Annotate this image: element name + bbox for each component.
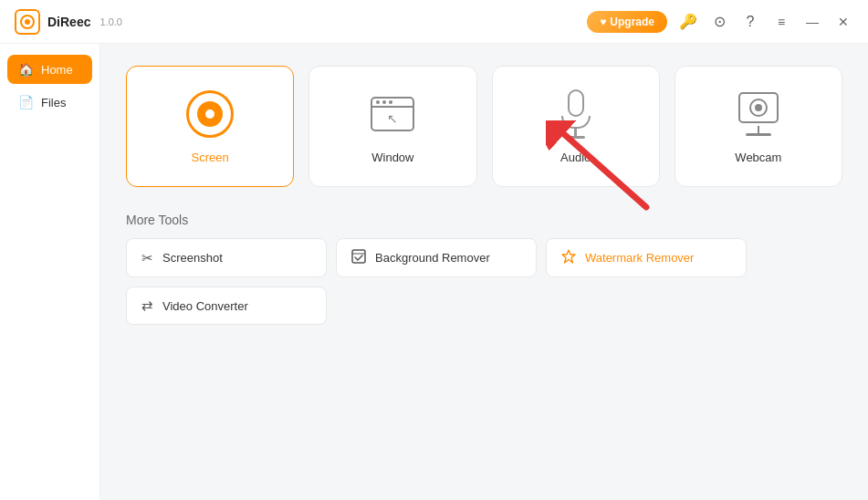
key-icon[interactable]: 🔑: [678, 12, 698, 32]
files-icon: 📄: [18, 95, 34, 109]
sidebar: 🏠 Home 📄 Files: [0, 44, 100, 500]
screen-label: Screen: [192, 151, 229, 164]
cards-grid: Screen ↖: [126, 66, 842, 187]
audio-label: Audio: [560, 151, 591, 164]
audio-icon: [550, 89, 601, 140]
main-layout: 🏠 Home 📄 Files: [0, 44, 868, 500]
screenshot-label: Screenshot: [162, 251, 223, 265]
screen-card[interactable]: Screen: [126, 66, 294, 187]
sidebar-home-label: Home: [41, 63, 73, 77]
webcam-card[interactable]: Webcam: [675, 66, 842, 187]
svg-rect-2: [352, 250, 365, 263]
background-remover-label: Background Remover: [375, 251, 490, 265]
screenshot-tool[interactable]: ✂ Screenshot: [126, 238, 327, 277]
heart-icon: ♥: [600, 16, 606, 28]
screenshot-icon: ✂: [141, 250, 153, 266]
app-name: DiReec: [47, 15, 90, 29]
webcam-icon: [733, 89, 784, 140]
home-icon: 🏠: [18, 62, 34, 77]
help-icon[interactable]: ?: [740, 12, 760, 32]
titlebar-right: ♥ Upgrade 🔑 ⊙ ? ≡ — ✕: [587, 11, 853, 33]
content-area: Screen ↖: [100, 44, 868, 500]
app-logo: [15, 9, 40, 35]
close-button[interactable]: ✕: [833, 12, 853, 32]
titlebar: DiReec 1.0.0 ♥ Upgrade 🔑 ⊙ ? ≡ — ✕: [0, 0, 868, 44]
video-converter-icon: ⇄: [141, 297, 153, 314]
settings-icon[interactable]: ⊙: [709, 12, 729, 32]
sidebar-item-files[interactable]: 📄 Files: [7, 88, 92, 117]
video-converter-label: Video Converter: [162, 299, 248, 313]
upgrade-button[interactable]: ♥ Upgrade: [587, 11, 667, 33]
sidebar-item-home[interactable]: 🏠 Home: [7, 55, 92, 84]
minimize-button[interactable]: —: [802, 12, 822, 32]
content-relative: Screen ↖: [126, 66, 842, 325]
webcam-label: Webcam: [735, 151, 781, 164]
tools-container: ✂ Screenshot Background Remover: [126, 238, 783, 325]
video-converter-tool[interactable]: ⇄ Video Converter: [126, 286, 327, 325]
upgrade-label: Upgrade: [610, 16, 654, 28]
screen-icon: [184, 89, 235, 140]
background-remover-icon: [351, 249, 366, 266]
titlebar-left: DiReec 1.0.0: [15, 9, 122, 35]
sidebar-files-label: Files: [41, 96, 66, 109]
watermark-remover-icon: [561, 249, 576, 266]
app-version: 1.0.0: [99, 16, 121, 27]
background-remover-tool[interactable]: Background Remover: [336, 238, 537, 277]
menu-icon[interactable]: ≡: [771, 12, 791, 32]
window-label: Window: [371, 151, 413, 164]
audio-card[interactable]: Audio: [492, 66, 660, 187]
watermark-remover-label: Watermark Remover: [585, 251, 694, 265]
window-icon: ↖: [367, 89, 418, 140]
watermark-remover-tool[interactable]: Watermark Remover: [546, 238, 747, 277]
window-card[interactable]: ↖ Window: [309, 66, 476, 187]
more-tools-label: More Tools: [126, 213, 842, 227]
more-tools-section: More Tools ✂ Screenshot: [126, 213, 842, 325]
